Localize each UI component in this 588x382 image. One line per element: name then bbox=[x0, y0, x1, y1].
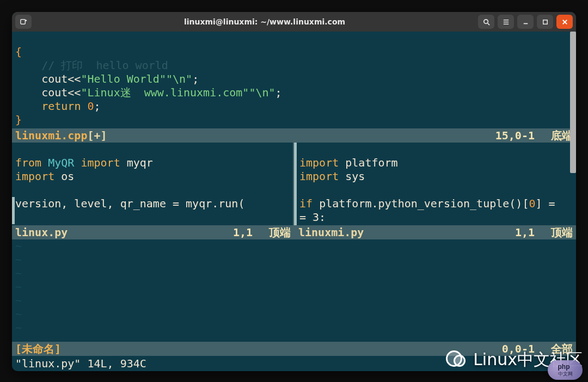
top-pane-cpp[interactable]: { // 打印 hello world cout<<"Hello World""… bbox=[12, 32, 576, 128]
scrollbar[interactable] bbox=[570, 32, 576, 114]
new-tab-button[interactable] bbox=[15, 15, 32, 29]
code-keyword: import bbox=[299, 170, 339, 183]
code-keyword: if bbox=[299, 197, 313, 210]
code-text: version, level, qr_name = myqr.run( bbox=[15, 197, 244, 210]
php-sublabel: 中文网 bbox=[558, 371, 573, 378]
code-keyword: import bbox=[81, 156, 120, 169]
svg-point-1 bbox=[483, 19, 488, 23]
code-text: myqr bbox=[120, 156, 153, 169]
menu-button[interactable] bbox=[498, 15, 514, 29]
middle-split: from MyQR import myqr import os version,… bbox=[12, 143, 576, 225]
code-text: platform.python_version_tuple()[ bbox=[313, 197, 529, 210]
vim-workspace: { // 打印 hello world cout<<"Hello World""… bbox=[12, 32, 576, 371]
code-text: sys bbox=[339, 170, 365, 183]
code-text: os bbox=[54, 170, 74, 183]
code-keyword: return bbox=[41, 100, 81, 113]
wechat-icon bbox=[446, 350, 470, 370]
status-label: 顶端 bbox=[551, 226, 573, 239]
code-string: "\n" bbox=[249, 86, 275, 99]
statusbar-top: linuxmi.cpp [+] 15,0-1 底端 bbox=[12, 128, 576, 143]
code-text: platform bbox=[339, 156, 397, 169]
status-label: 顶端 bbox=[269, 226, 291, 239]
statusbar-right: linuxmi.py 1,1 顶端 bbox=[294, 225, 576, 239]
statusbar-middle-row: linux.py 1,1 顶端 linuxmi.py 1,1 顶端 bbox=[12, 225, 576, 239]
fold-marker bbox=[12, 197, 15, 211]
terminal-window: linuxmi@linuxmi: ~/www.linuxmi.com { // … bbox=[12, 12, 576, 371]
code-text: MyQR bbox=[41, 156, 81, 169]
code-string: "Linux迷 www.linuxmi.com" bbox=[81, 86, 249, 99]
code-keyword: import bbox=[299, 156, 339, 169]
empty-lines: ~~~~~~~ bbox=[12, 239, 576, 342]
svg-rect-0 bbox=[20, 19, 24, 23]
status-filename: linuxmi.py bbox=[298, 226, 364, 239]
svg-rect-2 bbox=[543, 20, 547, 24]
php-label: php bbox=[558, 363, 573, 371]
search-button[interactable] bbox=[478, 15, 494, 29]
status-label: 底端 bbox=[551, 129, 573, 143]
status-filename: linux.py bbox=[15, 226, 68, 239]
code-text: ; bbox=[275, 86, 282, 99]
close-button[interactable] bbox=[556, 15, 573, 29]
bottom-pane-empty[interactable]: ~~~~~~~ bbox=[12, 239, 576, 342]
code-text: ; bbox=[192, 72, 199, 85]
status-filename: linuxmi.cpp bbox=[15, 129, 87, 143]
fold-marker bbox=[294, 170, 297, 183]
code-text: } bbox=[15, 113, 22, 126]
code-text: ; bbox=[94, 100, 101, 113]
code-string: "Hello World" bbox=[81, 72, 166, 85]
maximize-button[interactable] bbox=[537, 15, 553, 29]
status-position: 1,1 bbox=[515, 226, 535, 239]
code-text: = 3: bbox=[299, 211, 326, 224]
code-number: 0 bbox=[529, 197, 535, 210]
status-modified: [+] bbox=[87, 129, 107, 143]
code-keyword: import bbox=[15, 170, 54, 183]
minimize-button[interactable] bbox=[517, 15, 534, 29]
code-string: "\n" bbox=[166, 72, 192, 85]
code-keyword: from bbox=[15, 156, 41, 169]
statusbar-left: linux.py 1,1 顶端 bbox=[12, 225, 294, 239]
status-filename: [未命名] bbox=[15, 342, 61, 356]
code-text: cout<< bbox=[15, 72, 81, 85]
fold-marker bbox=[294, 211, 297, 224]
fold-marker bbox=[12, 211, 15, 224]
code-text: ] = bbox=[536, 197, 555, 210]
code-number: 0 bbox=[81, 100, 94, 113]
code-comment: // 打印 hello world bbox=[41, 59, 168, 72]
left-pane-python[interactable]: from MyQR import myqr import os version,… bbox=[12, 143, 294, 225]
status-position: 15,0-1 bbox=[495, 129, 535, 143]
php-watermark: php 中文网 bbox=[548, 360, 583, 380]
window-titlebar: linuxmi@linuxmi: ~/www.linuxmi.com bbox=[12, 12, 576, 32]
code-text: cout<< bbox=[15, 86, 81, 99]
right-pane-python[interactable]: import platform import sys if platform.p… bbox=[294, 143, 576, 225]
status-position: 1,1 bbox=[233, 226, 253, 239]
window-title: linuxmi@linuxmi: ~/www.linuxmi.com bbox=[54, 17, 475, 26]
code-text: { bbox=[15, 45, 22, 58]
